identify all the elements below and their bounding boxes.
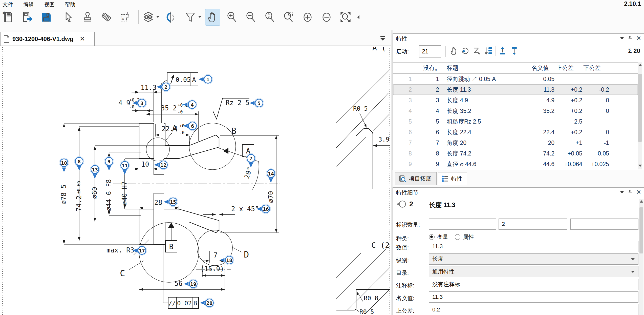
radio-attribute[interactable] xyxy=(455,234,460,240)
note-input[interactable] xyxy=(429,279,638,290)
table-row-selected[interactable]: 22长度 11.311.3+0.2-0.2 xyxy=(393,84,638,95)
zoom-out-button[interactable] xyxy=(243,9,258,25)
nominal-input[interactable] xyxy=(429,291,638,303)
zoom-fit-button[interactable] xyxy=(338,9,353,25)
radio-variable[interactable] xyxy=(429,234,435,240)
tag-tool-button[interactable] xyxy=(99,9,114,25)
svg-text:4: 4 xyxy=(191,102,194,108)
scrollbar-thumb[interactable] xyxy=(638,74,642,142)
catalog-select[interactable]: 通用特性 xyxy=(429,266,638,277)
table-row[interactable]: 33长度 4.94.9+0.20 xyxy=(393,95,638,106)
pan-tool-button[interactable] xyxy=(205,9,220,25)
svg-text:⌀70: ⌀70 xyxy=(267,191,275,203)
id-count-input-1[interactable] xyxy=(429,219,496,230)
table-row[interactable]: 77角度 2020+1-1 xyxy=(393,137,638,148)
id-count-input-3[interactable] xyxy=(570,219,638,230)
open-document-button[interactable] xyxy=(20,9,35,25)
balloon-20[interactable]: 20 xyxy=(200,298,214,308)
svg-text:16: 16 xyxy=(263,206,269,212)
menu-file[interactable]: 文件 xyxy=(1,1,15,9)
balloon-8[interactable]: 8 xyxy=(74,156,84,171)
svg-text:18: 18 xyxy=(226,257,232,263)
layers-dropdown-arrow[interactable] xyxy=(156,16,160,18)
fcf-runout[interactable]: 0.05 A xyxy=(161,73,198,123)
filter-button[interactable] xyxy=(183,9,198,25)
sort-list-icon[interactable] xyxy=(484,46,493,56)
table-row[interactable]: 88长度 74.274.2+0.05-0.05 xyxy=(393,148,638,159)
select-tool-button[interactable] xyxy=(61,9,76,25)
balloon-5[interactable]: 5 xyxy=(250,98,264,108)
svg-text:7: 7 xyxy=(213,251,218,259)
balloon-19[interactable]: 19 xyxy=(184,279,198,289)
balloon-9[interactable]: 9 xyxy=(104,156,114,171)
balloon-13[interactable]: 13 xyxy=(90,165,100,179)
scroll-up-arrow[interactable] xyxy=(640,200,643,203)
catalog-select-value: 通用特性 xyxy=(432,268,455,275)
minus-circle-icon xyxy=(320,11,333,23)
tab-characteristics[interactable]: 特性 xyxy=(438,172,467,185)
zoom-vertical-button[interactable] xyxy=(262,9,277,25)
decrease-button[interactable] xyxy=(319,9,334,25)
balloon-11[interactable]: 11 xyxy=(120,161,130,175)
table-row[interactable]: 44长度 35.235.2+0.20 xyxy=(393,106,638,116)
stamp-tool-button[interactable] xyxy=(80,9,95,25)
scroll-down-arrow[interactable] xyxy=(638,165,642,167)
panel-menu-icon[interactable] xyxy=(620,191,624,193)
table-scrollbar[interactable] xyxy=(638,62,642,169)
capture-region-icon: 1 A xyxy=(119,11,132,23)
pin-icon[interactable] xyxy=(628,190,632,195)
upper-tol-input[interactable] xyxy=(429,304,638,315)
balloon-1[interactable]: 1 xyxy=(199,74,213,84)
table-row[interactable]: 66长度 22.422.4+0.20 xyxy=(393,127,638,137)
balloon-14[interactable]: 14 xyxy=(266,169,276,183)
scrollbar-thumb[interactable] xyxy=(639,207,643,253)
capture-region-button[interactable]: 1 A xyxy=(118,9,133,25)
refresh-icon[interactable] xyxy=(461,46,470,56)
panel-splitter[interactable] xyxy=(391,30,393,315)
menu-edit[interactable]: 编辑 xyxy=(21,1,36,9)
increase-button[interactable] xyxy=(300,9,315,25)
zoom-window-button[interactable] xyxy=(281,9,296,25)
table-header[interactable]: 没有。 标题 名义值 上公差 下公差 xyxy=(393,63,638,74)
technical-drawing[interactable]: A ( A B C D xyxy=(2,47,390,315)
fcf-parallelism[interactable]: // 0 02 B xyxy=(163,245,199,308)
pick-hand-icon[interactable] xyxy=(449,46,459,56)
mirror-view-button[interactable] xyxy=(163,9,178,25)
import-up-icon[interactable] xyxy=(498,46,508,56)
zoom-in-button[interactable] xyxy=(224,9,239,25)
svg-text:17: 17 xyxy=(139,248,145,254)
tab-overflow-button[interactable] xyxy=(379,34,387,42)
table-row[interactable]: 11径向跳动 ↗ 0.05 A0.05 xyxy=(393,74,638,84)
class-select[interactable]: 长度 xyxy=(429,253,638,265)
zoom-fit-icon xyxy=(339,11,352,23)
menu-view[interactable]: 视图 xyxy=(42,1,57,9)
scroll-up-arrow[interactable] xyxy=(638,64,642,66)
start-input[interactable] xyxy=(419,45,441,57)
panel-menu-icon[interactable] xyxy=(620,37,624,40)
table-row[interactable]: 99直径 ⌀ 44.644.6+0.064+0.025 xyxy=(393,159,638,169)
table-row[interactable]: 55粗糙度Rz 2.52.5 xyxy=(393,116,638,127)
menu-help[interactable]: 帮助 xyxy=(63,1,77,9)
new-document-button[interactable]: ✱ xyxy=(1,9,16,25)
balloon-4[interactable]: 4 xyxy=(183,100,197,109)
panel-close-icon[interactable]: ✕ xyxy=(636,190,641,194)
export-down-icon[interactable] xyxy=(510,46,519,56)
document-tab[interactable]: 930-1200-406-V1.dwg ✕ xyxy=(1,32,95,46)
tab-close-icon[interactable]: ✕ xyxy=(79,35,85,43)
tab-project-expand[interactable]: 项目拓展 xyxy=(395,172,437,185)
renumber-icon[interactable] xyxy=(472,46,482,56)
panel-close-icon[interactable]: ✕ xyxy=(636,36,641,41)
balloon-15[interactable]: 15 xyxy=(164,197,178,207)
balloon-6[interactable]: 6 xyxy=(183,121,197,131)
catalog-label: 目录: xyxy=(396,269,409,277)
pin-icon[interactable] xyxy=(628,36,632,41)
balloon-18[interactable]: 18 xyxy=(220,255,234,265)
save-button[interactable] xyxy=(39,9,54,25)
details-scrollbar[interactable] xyxy=(639,199,643,315)
layers-button[interactable] xyxy=(141,9,156,25)
collapse-toolbar-button[interactable] xyxy=(355,9,362,25)
filter-dropdown-arrow[interactable] xyxy=(198,16,202,18)
value-input[interactable] xyxy=(429,241,638,252)
balloon-10[interactable]: 10 xyxy=(59,158,69,172)
id-count-input-2[interactable] xyxy=(499,219,567,230)
